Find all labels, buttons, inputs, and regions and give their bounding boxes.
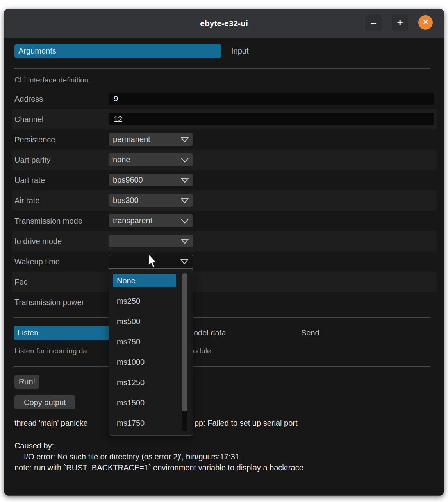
- error-line1-right: pp: Failed to set up serial port: [195, 418, 297, 428]
- row-address: Address 9: [12, 89, 437, 109]
- minimize-button[interactable]: –: [365, 15, 382, 31]
- persistence-value: permanent: [113, 135, 150, 143]
- row-io-drive-mode: Io drive mode: [12, 231, 437, 251]
- air-rate-label: Air rate: [14, 190, 39, 211]
- mouse-cursor-icon: [148, 253, 158, 269]
- transmission-mode-combo[interactable]: transparent: [109, 214, 193, 227]
- scrollbar-track[interactable]: [182, 273, 187, 431]
- row-wakeup-time: Wakeup time: [12, 251, 437, 272]
- wakeup-dropdown-popup: None ms250 ms500 ms750 ms1000 ms1250 ms1…: [109, 269, 193, 436]
- dropdown-option-ms1500[interactable]: ms1500: [117, 396, 145, 409]
- uart-parity-value: none: [113, 155, 130, 164]
- dropdown-option-ms1000[interactable]: ms1000: [117, 355, 145, 369]
- transmission-mode-value: transparent: [113, 216, 152, 225]
- close-button[interactable]: ✕: [418, 15, 433, 30]
- maximize-button[interactable]: +: [392, 15, 408, 31]
- separator: [14, 68, 430, 69]
- error-note-line: note: run with `RUST_BACKTRACE=1` enviro…: [14, 463, 303, 473]
- persistence-combo[interactable]: permanent: [109, 133, 193, 146]
- row-transmission-power: Transmission power: [12, 292, 437, 312]
- uart-rate-label: Uart rate: [14, 170, 45, 190]
- row-fec: Fec: [12, 272, 437, 292]
- listen-description: Listen for incoming da: [14, 344, 87, 358]
- fec-label: Fec: [14, 272, 27, 292]
- air-rate-combo[interactable]: bps300: [109, 194, 193, 207]
- chevron-down-icon: [180, 218, 189, 224]
- chevron-down-icon: [180, 259, 189, 264]
- scrollbar-thumb[interactable]: [182, 273, 187, 411]
- error-line1-left: thread 'main' panicke: [14, 418, 88, 428]
- section-heading: CLI interface definition: [14, 75, 88, 85]
- chevron-down-icon: [180, 198, 189, 203]
- uart-rate-value: bps9600: [113, 176, 143, 184]
- chevron-down-icon: [180, 157, 189, 163]
- dropdown-option-ms750[interactable]: ms750: [117, 335, 140, 348]
- dropdown-option-ms500[interactable]: ms500: [117, 315, 140, 328]
- row-uart-parity: Uart parity none: [12, 150, 437, 170]
- tab-arguments[interactable]: Arguments: [14, 44, 221, 58]
- air-rate-value: bps300: [113, 196, 139, 204]
- chevron-down-icon: [180, 177, 189, 183]
- row-channel: Channel 12: [12, 109, 437, 129]
- dropdown-option-none[interactable]: None: [113, 274, 176, 287]
- chevron-down-icon: [180, 238, 189, 244]
- row-persistence: Persistence permanent: [12, 129, 437, 150]
- run-button[interactable]: Run!: [14, 375, 39, 389]
- transmission-mode-label: Transmission mode: [14, 211, 82, 231]
- row-uart-rate: Uart rate bps9600: [12, 170, 437, 190]
- middle-description: odule: [193, 344, 211, 358]
- dropdown-option-ms1250[interactable]: ms1250: [117, 376, 145, 389]
- uart-parity-combo[interactable]: none: [109, 153, 193, 166]
- uart-rate-combo[interactable]: bps9600: [109, 174, 193, 186]
- tab-send[interactable]: Send: [301, 326, 319, 340]
- dropdown-option-ms1750[interactable]: ms1750: [117, 416, 145, 430]
- copy-output-button[interactable]: Copy output: [14, 395, 75, 409]
- wakeup-time-label: Wakeup time: [14, 251, 60, 272]
- row-air-rate: Air rate bps300: [12, 190, 437, 211]
- chevron-down-icon: [180, 137, 189, 142]
- error-caused-by: Caused by:: [14, 441, 54, 451]
- error-io-line: I/O error: No such file or directory (os…: [24, 452, 239, 462]
- address-label: Address: [14, 89, 43, 109]
- tab-input[interactable]: Input: [231, 44, 248, 58]
- dropdown-option-ms250[interactable]: ms250: [117, 294, 140, 308]
- app-window: ebyte-e32-ui – + ✕ Arguments Input CLI i…: [4, 9, 444, 496]
- separator: [14, 366, 430, 367]
- row-transmission-mode: Transmission mode transparent: [12, 211, 437, 231]
- io-drive-mode-combo[interactable]: [109, 235, 193, 247]
- transmission-power-label: Transmission power: [14, 292, 84, 312]
- titlebar: ebyte-e32-ui – + ✕: [4, 9, 444, 38]
- separator: [14, 317, 430, 318]
- channel-label: Channel: [14, 109, 44, 129]
- address-input[interactable]: 9: [109, 93, 434, 105]
- io-drive-mode-label: Io drive mode: [14, 231, 62, 251]
- persistence-label: Persistence: [14, 129, 55, 150]
- tab-read-model-data[interactable]: odel data: [194, 326, 226, 340]
- channel-input[interactable]: 12: [109, 113, 434, 125]
- uart-parity-label: Uart parity: [14, 150, 50, 170]
